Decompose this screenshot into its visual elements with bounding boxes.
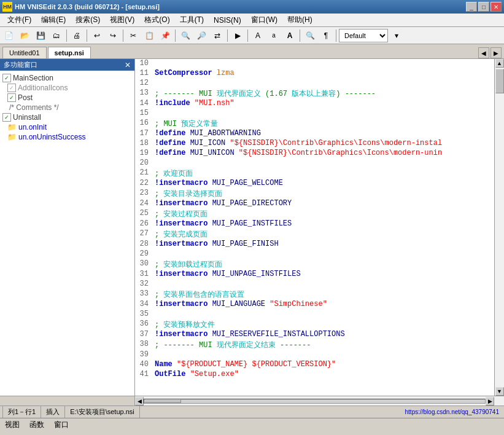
bottom-panel: 视图 函数 窗口 bbox=[0, 418, 504, 431]
close-button[interactable]: ✕ bbox=[490, 2, 502, 12]
find-next-button[interactable]: 🔎 bbox=[194, 29, 209, 42]
minimize-button[interactable]: _ bbox=[466, 2, 477, 12]
menu-help[interactable]: 帮助(H) bbox=[282, 14, 317, 26]
code-line: 21; 欢迎页面 bbox=[135, 168, 494, 179]
line-content: ; 安装过程页面 bbox=[152, 209, 210, 219]
code-line: 38; ------- MUI 现代界面定义结束 ------- bbox=[135, 340, 494, 350]
status-mode: 插入 bbox=[41, 406, 65, 418]
tree-item-additional-icons[interactable]: ✓ AdditionalIcons bbox=[2, 83, 132, 93]
tree-item-uninst-success[interactable]: 📁 un.onUninstSuccess bbox=[2, 132, 132, 142]
tab-untitled[interactable]: Untitled01 bbox=[2, 47, 47, 58]
line-number: 13 bbox=[135, 88, 152, 99]
bottom-function[interactable]: 函数 bbox=[29, 420, 44, 430]
hscroll-thumb[interactable] bbox=[144, 399, 181, 403]
status-file: E:\安装项目\setup.nsi bbox=[65, 406, 140, 418]
undo-button[interactable]: ↩ bbox=[90, 29, 104, 42]
code-line: 13; ------- MUI 现代界面定义 (1.67 版本以上兼容) ---… bbox=[135, 88, 494, 99]
maximize-button[interactable]: □ bbox=[478, 2, 489, 12]
line-number: 40 bbox=[135, 360, 152, 370]
menu-view[interactable]: 视图(V) bbox=[105, 14, 139, 26]
toolbar-sep7 bbox=[300, 29, 300, 42]
line-content: !define MUI_UNICON "${NSISDIR}\Contrib\G… bbox=[152, 149, 444, 159]
line-number: 11 bbox=[135, 69, 152, 79]
cut-button[interactable]: ✂ bbox=[126, 29, 141, 42]
paste-button[interactable]: 📌 bbox=[158, 29, 173, 42]
line-content: ; ------- MUI 现代界面定义 (1.67 版本以上兼容) -----… bbox=[152, 88, 378, 99]
tab-nav-right[interactable]: ▶ bbox=[490, 47, 502, 58]
scroll-thumb[interactable] bbox=[495, 69, 504, 93]
line-content bbox=[152, 59, 157, 69]
code-content[interactable]: 1011SetCompressor lzma1213; ------- MUI … bbox=[135, 59, 494, 396]
checkbox-main-section[interactable]: ✓ bbox=[2, 74, 11, 82]
line-content: !insertmacro MUI_PAGE_INSTFILES bbox=[152, 219, 294, 229]
menu-tools[interactable]: 工具(T) bbox=[175, 14, 209, 26]
redo-button[interactable]: ↪ bbox=[106, 29, 120, 42]
tab-bar: Untitled01 setup.nsi ◀ ▶ bbox=[0, 44, 504, 59]
code-line: 26!insertmacro MUI_PAGE_INSTFILES bbox=[135, 219, 494, 229]
font-bold-button[interactable]: A bbox=[282, 29, 297, 42]
scroll-up-button[interactable]: ▲ bbox=[495, 59, 504, 68]
toolbar-sep3 bbox=[123, 29, 123, 42]
tree-item-main-section[interactable]: ✓ MainSection bbox=[2, 73, 132, 83]
line-number: 23 bbox=[135, 189, 152, 199]
line-content: !include "MUI.nsh" bbox=[152, 99, 237, 109]
save-button[interactable]: 💾 bbox=[33, 29, 48, 42]
menu-edit[interactable]: 编辑(E) bbox=[36, 14, 71, 26]
menu-file[interactable]: 文件(F) bbox=[2, 14, 36, 26]
line-content bbox=[152, 79, 157, 88]
tree-item-oninit[interactable]: 📁 un.onInit bbox=[2, 122, 132, 132]
bottom-window[interactable]: 窗口 bbox=[54, 420, 69, 430]
wrap-button[interactable]: ¶ bbox=[319, 29, 333, 42]
line-number: 19 bbox=[135, 149, 152, 159]
menu-search[interactable]: 搜索(S) bbox=[71, 14, 105, 26]
app-icon: HM bbox=[2, 2, 12, 12]
tree-item-post[interactable]: ✓ Post bbox=[2, 93, 132, 103]
line-number: 14 bbox=[135, 99, 152, 109]
print-button[interactable]: 🖨 bbox=[69, 29, 84, 42]
hscroll-track[interactable] bbox=[144, 399, 486, 404]
hscroll-left-button[interactable]: ◀ bbox=[135, 397, 144, 406]
save-all-button[interactable]: 🗂 bbox=[49, 29, 64, 42]
style-arrow[interactable]: ▾ bbox=[389, 29, 404, 42]
font-small-button[interactable]: a bbox=[266, 29, 281, 42]
copy-button[interactable]: 📋 bbox=[142, 29, 157, 42]
vertical-scrollbar[interactable]: ▲ ▼ bbox=[494, 59, 504, 396]
main-area: 多功能窗口 ✕ ✓ MainSection ✓ AdditionalIcons … bbox=[0, 59, 504, 396]
replace-button[interactable]: ⇄ bbox=[210, 29, 225, 42]
code-line: 19!define MUI_UNICON "${NSISDIR}\Contrib… bbox=[135, 149, 494, 159]
line-number: 10 bbox=[135, 59, 152, 69]
tab-setup-nsi[interactable]: setup.nsi bbox=[48, 47, 91, 58]
tab-nav-left[interactable]: ◀ bbox=[478, 47, 489, 58]
menu-nsis[interactable]: NSIS(N) bbox=[209, 15, 246, 26]
font-large-button[interactable]: A bbox=[250, 29, 265, 42]
menu-window[interactable]: 窗口(W) bbox=[246, 14, 282, 26]
style-dropdown[interactable]: Default bbox=[339, 29, 388, 42]
line-number: 16 bbox=[135, 119, 152, 129]
bottom-view[interactable]: 视图 bbox=[5, 420, 20, 430]
open-button[interactable]: 📂 bbox=[17, 29, 32, 42]
new-button[interactable]: 📄 bbox=[1, 29, 16, 42]
code-line: 20 bbox=[135, 159, 494, 168]
find-button[interactable]: 🔍 bbox=[178, 29, 193, 42]
code-line: 23; 安装目录选择页面 bbox=[135, 189, 494, 199]
panel-close-button[interactable]: ✕ bbox=[125, 61, 131, 69]
code-line: 15 bbox=[135, 109, 494, 119]
line-content: ; 安装界面包含的语言设置 bbox=[152, 289, 247, 300]
tree-item-comments[interactable]: /* Comments */ bbox=[2, 103, 132, 112]
compile-button[interactable]: ▶ bbox=[230, 29, 245, 42]
tree-item-uninstall[interactable]: ✓ Uninstall bbox=[2, 112, 132, 122]
checkbox-additional-icons[interactable]: ✓ bbox=[7, 84, 16, 92]
line-number: 12 bbox=[135, 79, 152, 88]
checkbox-uninstall[interactable]: ✓ bbox=[2, 113, 11, 122]
left-panel: 多功能窗口 ✕ ✓ MainSection ✓ AdditionalIcons … bbox=[0, 59, 135, 396]
status-col: 列1－行1 bbox=[2, 406, 41, 418]
zoom-in-button[interactable]: 🔍 bbox=[303, 29, 317, 42]
checkbox-post[interactable]: ✓ bbox=[7, 93, 16, 102]
line-content: ; 欢迎页面 bbox=[152, 168, 195, 179]
scroll-down-button[interactable]: ▼ bbox=[495, 387, 504, 396]
toolbar-sep8 bbox=[336, 29, 336, 42]
hscroll-right-button[interactable]: ▶ bbox=[486, 397, 494, 406]
menu-format[interactable]: 格式(O) bbox=[139, 14, 174, 26]
line-number: 41 bbox=[135, 370, 152, 380]
title-bar-left: HM HM VNISEdit 2.0.3 (build 060712) - [s… bbox=[2, 2, 160, 12]
